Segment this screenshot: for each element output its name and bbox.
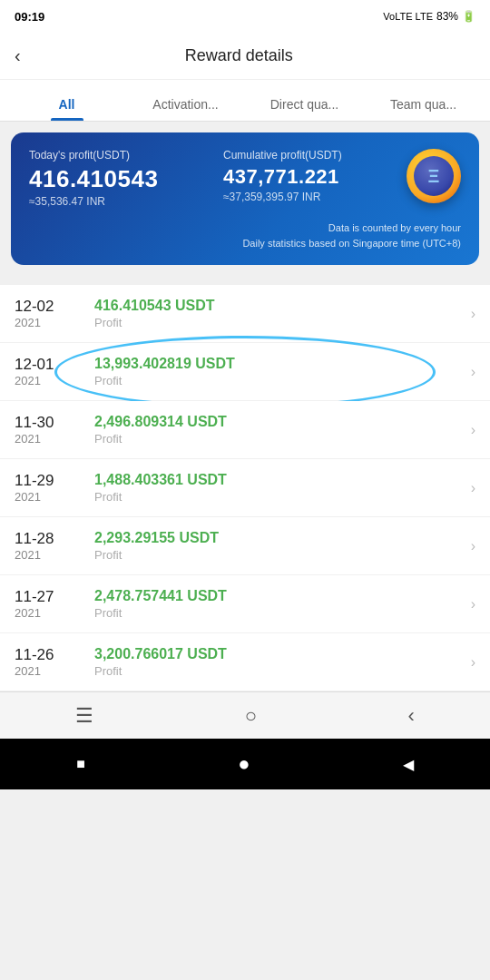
- cumulative-profit-inr: ≈37,359,395.97 INR: [223, 191, 407, 203]
- today-profit-section: Today's profit(USDT) 416.410543 ≈35,536.…: [29, 149, 212, 208]
- item-date: 11-29: [15, 472, 87, 490]
- rewards-list: 12-02 2021 416.410543 USDT Profit › 12-0…: [0, 285, 490, 691]
- item-date: 11-27: [15, 588, 87, 606]
- item-amount: 1,488.403361 USDT: [94, 472, 464, 488]
- item-year: 2021: [15, 606, 87, 620]
- item-type: Profit: [94, 490, 464, 504]
- nav-back-button[interactable]: ‹: [407, 704, 414, 728]
- item-type: Profit: [94, 374, 464, 387]
- item-type: Profit: [94, 606, 464, 620]
- profit-card: Today's profit(USDT) 416.410543 ≈35,536.…: [11, 132, 479, 265]
- list-item[interactable]: 12-02 2021 416.410543 USDT Profit ›: [0, 285, 490, 343]
- today-profit-inr: ≈35,536.47 INR: [29, 195, 212, 208]
- chevron-right-icon: ›: [471, 480, 475, 496]
- item-date-block: 11-26 2021: [15, 646, 87, 678]
- item-year: 2021: [15, 490, 87, 504]
- cumulative-profit-value: 437,771.221: [223, 165, 407, 189]
- coin-icon: Ξ: [407, 149, 461, 203]
- header: ‹ Reward details: [0, 33, 490, 80]
- today-profit-value: 416.410543: [29, 165, 212, 193]
- eth-symbol: Ξ: [428, 166, 440, 187]
- list-item[interactable]: 11-28 2021 2,293.29155 USDT Profit ›: [0, 517, 490, 575]
- item-date: 11-30: [15, 414, 87, 432]
- status-time: 09:19: [15, 10, 44, 24]
- profit-note-1: Data is counted by every hour: [29, 220, 461, 236]
- status-right: VoLTE LTE 83% 🔋: [383, 10, 475, 23]
- divider: [0, 276, 490, 285]
- item-type: Profit: [94, 548, 464, 562]
- back-button[interactable]: ‹: [15, 45, 21, 66]
- item-year: 2021: [15, 374, 87, 387]
- item-date-block: 11-27 2021: [15, 588, 87, 620]
- item-date: 11-26: [15, 646, 87, 664]
- item-date-block: 12-02 2021: [15, 298, 87, 329]
- item-amount-block: 2,293.29155 USDT Profit: [87, 530, 464, 562]
- nav-home-button[interactable]: ○: [245, 704, 257, 728]
- list-item[interactable]: 12-01 2021 13,993.402819 USDT Profit ›: [0, 343, 490, 401]
- item-date: 12-02: [15, 298, 87, 316]
- chevron-right-icon: ›: [471, 538, 475, 554]
- item-amount: 2,293.29155 USDT: [94, 530, 464, 546]
- item-date-block: 11-30 2021: [15, 414, 87, 446]
- chevron-right-icon: ›: [471, 596, 475, 612]
- item-amount-block: 1,488.403361 USDT Profit: [87, 472, 464, 504]
- item-type: Profit: [94, 432, 464, 446]
- list-item[interactable]: 11-29 2021 1,488.403361 USDT Profit ›: [0, 459, 490, 517]
- item-amount-block: 3,200.766017 USDT Profit: [87, 646, 464, 678]
- cumulative-profit-section: Cumulative profit(USDT) 437,771.221 ≈37,…: [223, 149, 407, 203]
- tabs-bar: All Activation... Direct qua... Team qua…: [0, 80, 490, 122]
- android-nav-bar: ■ ● ◀: [0, 739, 490, 789]
- item-amount-block: 2,478.757441 USDT Profit: [87, 588, 464, 620]
- item-type: Profit: [94, 664, 464, 678]
- tab-all[interactable]: All: [7, 88, 126, 121]
- today-profit-label: Today's profit(USDT): [29, 149, 212, 162]
- item-date-block: 12-01 2021: [15, 356, 87, 387]
- tab-team[interactable]: Team qua...: [364, 88, 483, 121]
- profit-note-2: Daily statistics based on Singapore time…: [29, 236, 461, 251]
- nav-bar: ☰ ○ ‹: [0, 691, 490, 739]
- item-amount: 3,200.766017 USDT: [94, 646, 464, 662]
- status-bar: 09:19 VoLTE LTE 83% 🔋: [0, 0, 490, 33]
- status-signal: VoLTE LTE: [383, 11, 433, 22]
- chevron-right-icon: ›: [471, 306, 475, 322]
- item-year: 2021: [15, 664, 87, 678]
- item-amount: 2,478.757441 USDT: [94, 588, 464, 604]
- android-home-button[interactable]: ●: [238, 752, 250, 776]
- status-battery: 83%: [436, 10, 458, 23]
- tab-activation[interactable]: Activation...: [126, 88, 245, 121]
- chevron-right-icon: ›: [471, 654, 475, 671]
- battery-icon: 🔋: [462, 10, 475, 23]
- item-amount: 416.410543 USDT: [94, 298, 464, 314]
- item-year: 2021: [15, 548, 87, 562]
- tab-direct[interactable]: Direct qua...: [245, 88, 364, 121]
- android-back-button[interactable]: ◀: [403, 756, 414, 773]
- item-amount-block: 2,496.809314 USDT Profit: [87, 414, 464, 446]
- profit-note: Data is counted by every hour Daily stat…: [29, 220, 461, 250]
- chevron-right-icon: ›: [471, 364, 475, 380]
- item-date: 12-01: [15, 356, 87, 374]
- cumulative-profit-label: Cumulative profit(USDT): [223, 149, 407, 162]
- list-item[interactable]: 11-30 2021 2,496.809314 USDT Profit ›: [0, 401, 490, 459]
- page-title: Reward details: [32, 46, 446, 65]
- item-amount-block: 416.410543 USDT Profit: [87, 298, 464, 329]
- list-item[interactable]: 11-27 2021 2,478.757441 USDT Profit ›: [0, 575, 490, 633]
- item-year: 2021: [15, 432, 87, 446]
- item-type: Profit: [94, 316, 464, 329]
- item-amount-block: 13,993.402819 USDT Profit: [87, 356, 464, 387]
- nav-menu-button[interactable]: ☰: [75, 704, 93, 728]
- item-amount: 2,496.809314 USDT: [94, 414, 464, 430]
- item-year: 2021: [15, 316, 87, 329]
- item-date-block: 11-28 2021: [15, 530, 87, 562]
- item-date-block: 11-29 2021: [15, 472, 87, 504]
- android-square-button[interactable]: ■: [76, 756, 85, 772]
- item-date: 11-28: [15, 530, 87, 548]
- item-amount: 13,993.402819 USDT: [94, 356, 464, 372]
- list-item[interactable]: 11-26 2021 3,200.766017 USDT Profit ›: [0, 633, 490, 691]
- chevron-right-icon: ›: [471, 422, 475, 438]
